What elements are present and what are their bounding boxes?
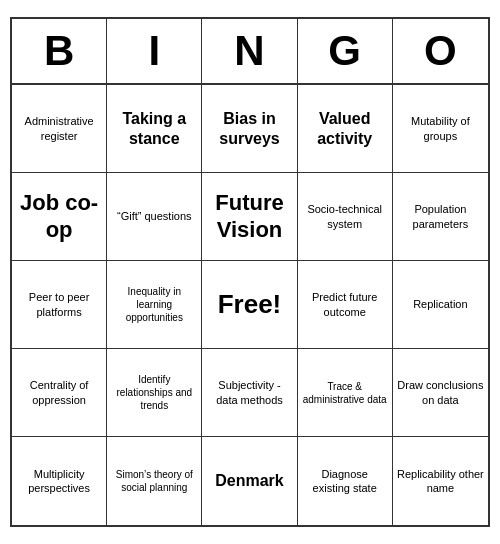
bingo-cell-19: Draw conclusions on data <box>393 349 488 437</box>
bingo-letter-g: G <box>298 19 393 83</box>
bingo-cell-23: Diagnose existing state <box>298 437 393 525</box>
bingo-letter-i: I <box>107 19 202 83</box>
bingo-letter-o: O <box>393 19 488 83</box>
bingo-cell-8: Socio-technical system <box>298 173 393 261</box>
bingo-card: BINGO Administrative registerTaking a st… <box>10 17 490 527</box>
bingo-cell-16: Identify relationships and trends <box>107 349 202 437</box>
bingo-cell-17: Subjectivity - data methods <box>202 349 297 437</box>
bingo-cell-20: Multiplicity perspectives <box>12 437 107 525</box>
bingo-cell-7: Future Vision <box>202 173 297 261</box>
bingo-cell-13: Predict future outcome <box>298 261 393 349</box>
bingo-cell-6: “Gift” questions <box>107 173 202 261</box>
bingo-cell-3: Valued activity <box>298 85 393 173</box>
bingo-cell-9: Population parameters <box>393 173 488 261</box>
bingo-cell-15: Centrality of oppression <box>12 349 107 437</box>
bingo-cell-5: Job co-op <box>12 173 107 261</box>
bingo-cell-22: Denmark <box>202 437 297 525</box>
bingo-letter-b: B <box>12 19 107 83</box>
bingo-cell-2: Bias in surveys <box>202 85 297 173</box>
bingo-cell-10: Peer to peer platforms <box>12 261 107 349</box>
bingo-grid: Administrative registerTaking a stanceBi… <box>12 85 488 525</box>
bingo-cell-0: Administrative register <box>12 85 107 173</box>
bingo-cell-4: Mutability of groups <box>393 85 488 173</box>
bingo-cell-1: Taking a stance <box>107 85 202 173</box>
bingo-header: BINGO <box>12 19 488 85</box>
bingo-cell-14: Replication <box>393 261 488 349</box>
bingo-cell-18: Trace & administrative data <box>298 349 393 437</box>
bingo-cell-24: Replicability other name <box>393 437 488 525</box>
bingo-letter-n: N <box>202 19 297 83</box>
bingo-cell-21: Simon’s theory of social planning <box>107 437 202 525</box>
bingo-cell-11: Inequality in learning opportunities <box>107 261 202 349</box>
bingo-cell-12: Free! <box>202 261 297 349</box>
